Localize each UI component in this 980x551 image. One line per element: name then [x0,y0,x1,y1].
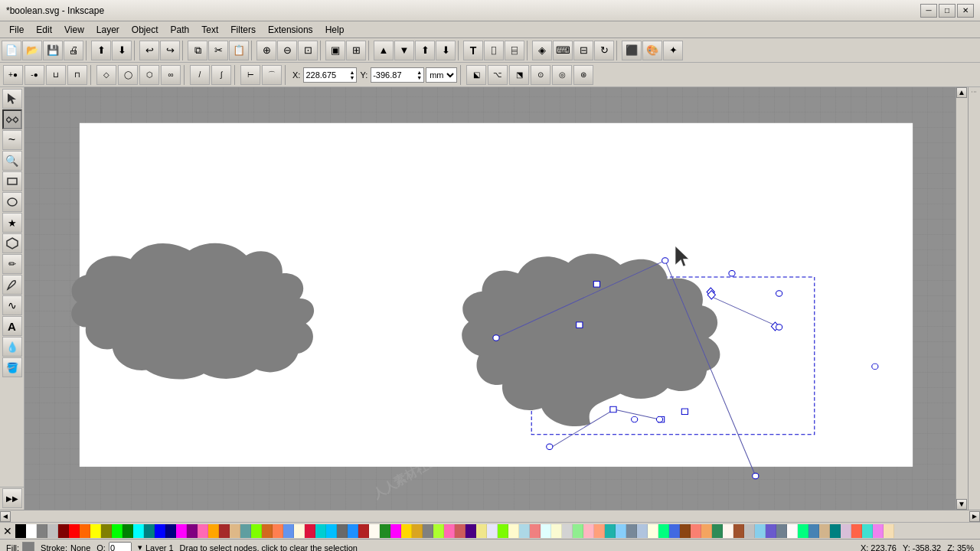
menu-path[interactable]: Path [165,23,196,37]
lower-button[interactable]: ▼ [394,41,414,60]
palette-swatch[interactable] [101,524,112,538]
palette-swatch[interactable] [680,524,691,538]
palette-swatch[interactable] [348,524,358,538]
circle-handle2[interactable] [729,271,735,276]
tweak-tool[interactable]: ~ [2,130,22,150]
drawing-canvas[interactable] [24,87,968,510]
palette-swatch[interactable] [487,524,498,538]
add-node-button[interactable]: +● [3,65,23,85]
delete-node-button[interactable]: -● [24,65,44,85]
palette-swatch[interactable] [240,524,251,538]
text-tool-button[interactable]: T [463,41,483,60]
node-smooth-button[interactable]: ◯ [118,65,138,85]
node-tool[interactable] [2,109,22,129]
zoom-tool[interactable]: 🔍 [2,151,22,171]
palette-swatch[interactable] [15,524,26,538]
right-panel-handle[interactable]: ⋮ [971,89,978,95]
ungroup-button[interactable]: ⊞ [346,41,366,60]
expand-toolbox[interactable]: ▶▶ [2,488,22,508]
palette-swatch[interactable] [390,524,401,538]
cut-button[interactable]: ✂ [208,41,228,60]
show-handles-button[interactable]: ⌥ [488,65,508,85]
palette-swatch[interactable] [144,524,155,538]
undo-button[interactable]: ↩ [139,41,159,60]
palette-swatch[interactable] [691,524,701,538]
transform-button[interactable]: ↻ [594,41,614,60]
dropper-tool[interactable]: 💧 [2,337,22,357]
node-symmetric-button[interactable]: ⬡ [139,65,159,85]
palette-swatch[interactable] [155,524,165,538]
palette-swatch[interactable] [723,524,733,538]
palette-swatch[interactable] [476,524,487,538]
node-transform-button[interactable]: ⬕ [466,65,486,85]
palette-swatch[interactable] [583,524,594,538]
menu-edit[interactable]: Edit [30,23,58,37]
palette-swatch[interactable] [80,524,90,538]
print-button[interactable]: 🖨 [64,41,83,60]
palette-swatch[interactable] [37,524,47,538]
lower-bottom-button[interactable]: ⬇ [436,41,456,60]
open-button[interactable]: 📂 [22,41,42,60]
palette-swatch[interactable] [562,524,573,538]
palette-swatch[interactable] [787,524,798,538]
palette-swatch[interactable] [133,524,144,538]
palette-swatch[interactable] [851,524,862,538]
palette-swatch[interactable] [551,524,562,538]
palette-swatch[interactable] [669,524,680,538]
align-button[interactable]: ⊟ [573,41,593,60]
y-down-arrow[interactable]: ▼ [416,75,422,80]
palette-swatch[interactable] [776,524,787,538]
join-nodes-button[interactable]: ⊔ [46,65,66,85]
palette-swatch[interactable] [733,524,744,538]
palette-swatch[interactable] [830,524,841,538]
scroll-track[interactable] [11,512,969,521]
palette-swatch[interactable] [305,524,315,538]
palette-swatch[interactable] [884,524,894,538]
palette-swatch[interactable] [594,524,605,538]
circle-handle5[interactable] [872,364,878,369]
zoom-out-button[interactable]: ⊖ [277,41,297,60]
palette-swatch[interactable] [455,524,466,538]
save-button[interactable]: 💾 [43,41,63,60]
y-up-arrow[interactable]: ▲ [416,70,422,75]
x-coord-input[interactable]: ▲ ▼ [303,67,357,83]
scroll-right[interactable]: ► [969,511,980,522]
palette-swatch[interactable] [605,524,616,538]
text-flow-button[interactable]: ⌷ [484,41,504,60]
palette-swatch[interactable] [798,524,808,538]
palette-swatch[interactable] [219,524,230,538]
xml-editor-button[interactable]: ⌨ [553,41,573,60]
palette-swatch[interactable] [873,524,884,538]
redo-button[interactable]: ↪ [160,41,180,60]
palette-swatch[interactable] [294,524,305,538]
show-clipping-button[interactable]: ⊙ [531,65,550,85]
palette-swatch[interactable] [165,524,176,538]
circle-handle1[interactable] [662,258,668,263]
y-value-field[interactable] [373,70,416,80]
paste-button[interactable]: 📋 [229,41,249,60]
palette-swatch[interactable] [466,524,476,538]
node-cusp-button[interactable]: ◇ [96,65,116,85]
x-up-arrow[interactable]: ▲ [349,70,354,75]
node5[interactable] [577,322,583,328]
menu-view[interactable]: View [58,23,90,37]
menu-extensions[interactable]: Extensions [262,23,319,37]
ellipse-tool[interactable] [2,192,22,212]
scroll-down[interactable]: ▼ [956,499,967,510]
palette-swatch[interactable] [433,524,444,538]
circle-handle9[interactable] [547,444,553,449]
palette-swatch[interactable] [262,524,273,538]
show-outline-button[interactable]: ⬔ [509,65,529,85]
palette-swatch[interactable] [401,524,412,538]
menu-help[interactable]: Help [319,23,351,37]
circle-handle7[interactable] [632,416,638,422]
menu-filters[interactable]: Filters [224,23,262,37]
select-tool[interactable] [2,89,22,109]
palette-swatch[interactable] [508,524,519,538]
node1[interactable] [593,282,599,287]
group-button[interactable]: ▣ [325,41,345,60]
duplicate-button[interactable]: ⧉ [188,41,207,60]
restore-button[interactable]: □ [939,4,956,18]
palette-swatch[interactable] [380,524,390,538]
palette-swatch[interactable] [530,524,541,538]
